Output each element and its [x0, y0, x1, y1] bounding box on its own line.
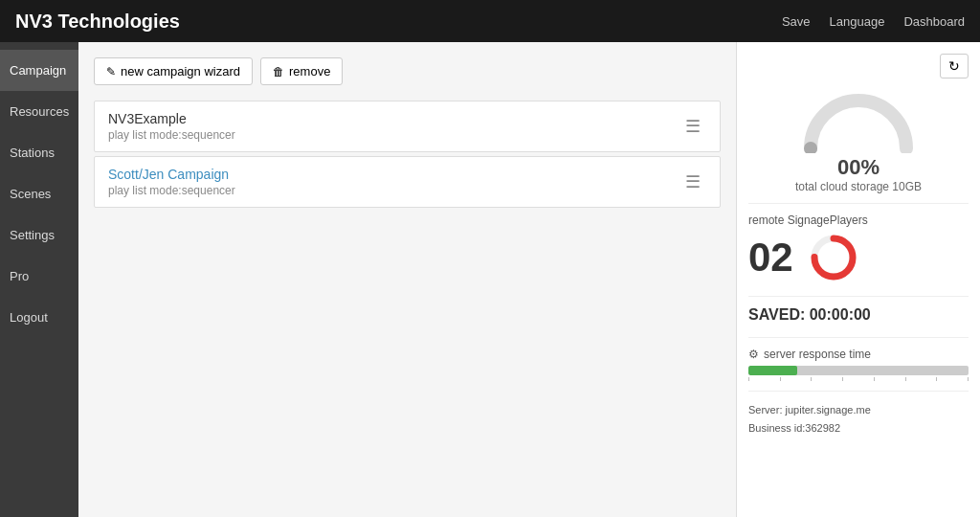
remote-count: 02	[748, 237, 793, 278]
sidebar-item-pro[interactable]: Pro	[0, 256, 78, 297]
nav-links: Save Language Dashboard	[782, 14, 965, 29]
campaign-menu-nv3[interactable]: ☰	[679, 114, 706, 139]
gauge-container: 00% total cloud storage 10GB	[748, 86, 969, 193]
campaign-title-scottjen[interactable]: Scott/Jen Campaign	[108, 167, 679, 182]
top-nav: NV3 Technologies Save Language Dashboard	[0, 0, 980, 42]
campaign-subtitle-scottjen: play list mode:sequencer	[108, 184, 679, 197]
svg-point-2	[821, 245, 846, 270]
campaign-item-scottjen: Scott/Jen Campaign play list mode:sequen…	[94, 156, 721, 208]
server-address: Server: jupiter.signage.me	[748, 401, 969, 419]
server-icon: ⚙	[748, 348, 759, 361]
sidebar: Campaign Resources Stations Scenes Setti…	[0, 42, 78, 517]
remote-row: 02	[748, 233, 969, 282]
new-campaign-wizard-button[interactable]: ✎ new campaign wizard	[94, 57, 253, 85]
campaign-menu-scottjen[interactable]: ☰	[679, 169, 706, 194]
save-link[interactable]: Save	[782, 14, 811, 29]
business-id: Business id:362982	[748, 419, 969, 438]
server-info: Server: jupiter.signage.me Business id:3…	[748, 401, 969, 437]
divider-4	[748, 391, 969, 392]
divider-1	[748, 203, 969, 204]
server-response-label: ⚙ server response time	[748, 348, 969, 361]
sidebar-item-resources[interactable]: Resources	[0, 91, 78, 132]
server-response: ⚙ server response time	[748, 348, 969, 381]
main-layout: Campaign Resources Stations Scenes Setti…	[0, 42, 980, 517]
sidebar-item-campaign[interactable]: Campaign	[0, 50, 78, 91]
gauge-svg	[801, 86, 916, 153]
divider-3	[748, 337, 969, 338]
toolbar: ✎ new campaign wizard 🗑 remove	[94, 57, 721, 85]
sidebar-item-scenes[interactable]: Scenes	[0, 173, 78, 214]
refresh-container: ↻	[748, 54, 969, 79]
campaign-title-nv3[interactable]: NV3Example	[108, 111, 679, 126]
divider-2	[748, 296, 969, 297]
pencil-icon: ✎	[106, 65, 116, 79]
sidebar-item-settings[interactable]: Settings	[0, 214, 78, 256]
campaign-list: NV3Example play list mode:sequencer ☰ Sc…	[94, 101, 721, 208]
progress-bar-fill	[748, 366, 797, 375]
trash-icon: 🗑	[273, 65, 284, 79]
sidebar-item-logout[interactable]: Logout	[0, 297, 78, 338]
saved-label: SAVED: 00:00:00	[748, 306, 969, 324]
gauge-percent: 00%	[837, 155, 880, 180]
sidebar-item-stations[interactable]: Stations	[0, 132, 78, 173]
progress-bar	[748, 366, 969, 375]
campaign-subtitle-nv3: play list mode:sequencer	[108, 128, 679, 142]
brand-title: NV3 Technologies	[15, 11, 782, 33]
remove-button[interactable]: 🗑 remove	[260, 57, 343, 85]
content-area: ✎ new campaign wizard 🗑 remove NV3Exampl…	[78, 42, 736, 517]
gauge-label: total cloud storage 10GB	[795, 180, 922, 193]
remote-label: remote SignagePlayers	[748, 214, 969, 227]
language-link[interactable]: Language	[830, 14, 885, 29]
donut-icon	[809, 233, 858, 282]
campaign-item-nv3example: NV3Example play list mode:sequencer ☰	[94, 101, 721, 152]
progress-ticks	[748, 377, 969, 381]
refresh-button[interactable]: ↻	[940, 54, 969, 79]
right-panel: ↻ 00% total cloud storage 10GB remote Si…	[736, 42, 980, 517]
dashboard-link[interactable]: Dashboard	[903, 14, 965, 29]
